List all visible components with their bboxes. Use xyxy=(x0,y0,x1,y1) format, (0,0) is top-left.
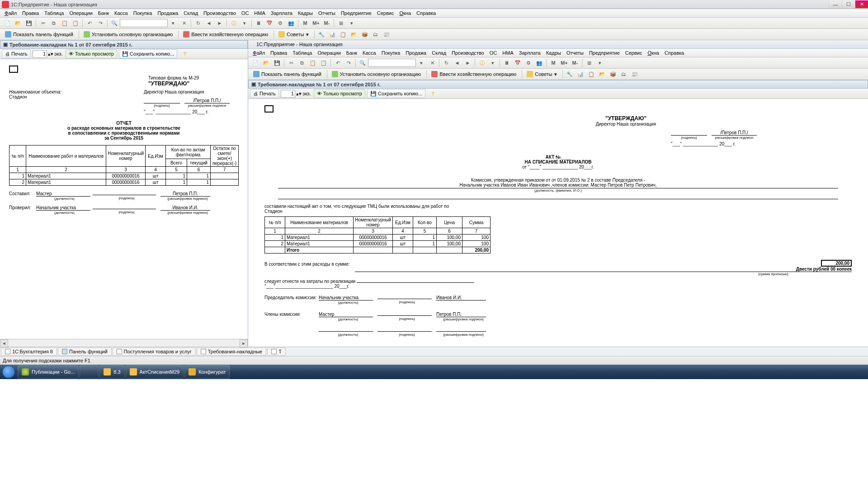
search-icon[interactable]: 🔍 xyxy=(110,19,119,28)
tool3-icon[interactable]: ⚙ xyxy=(276,19,285,28)
menu2-sell[interactable]: Продажа xyxy=(403,49,429,56)
menu2-service[interactable]: Сервис xyxy=(623,49,645,56)
w2-redo-icon[interactable]: ↷ xyxy=(344,58,353,67)
extra-icon[interactable]: ⊞ xyxy=(336,19,345,28)
tab-funcs[interactable]: Панель функций xyxy=(58,347,112,356)
w2-search-dd-icon[interactable]: ▾ xyxy=(417,58,426,67)
menu2-file[interactable]: Файл xyxy=(250,49,268,56)
menu2-windows[interactable]: Окна xyxy=(645,49,662,56)
w2-help-icon[interactable]: ⓘ xyxy=(477,58,486,67)
copies-input[interactable] xyxy=(33,50,47,58)
redo-icon[interactable]: ↷ xyxy=(96,19,105,28)
tab-goods[interactable]: Поступления товаров и услуг xyxy=(113,347,196,356)
tab-t[interactable]: Т xyxy=(267,347,286,356)
w2-view-only-button[interactable]: 👁Только просмотр xyxy=(314,89,365,98)
w2-save-icon[interactable]: 💾 xyxy=(273,58,282,67)
menu2-table[interactable]: Таблица xyxy=(290,49,315,56)
m-minus-button[interactable]: M- xyxy=(322,19,331,28)
menu2-nma[interactable]: НМА xyxy=(500,49,516,56)
refresh-icon[interactable]: ↻ xyxy=(193,19,203,28)
w2-set-org-button[interactable]: Установить основную организацию xyxy=(329,69,425,79)
menu-bank[interactable]: Банк xyxy=(95,9,112,17)
w2-mplus-button[interactable]: M+ xyxy=(560,58,569,67)
cmd-extra6-icon[interactable]: 🗂 xyxy=(371,30,380,39)
menu-service[interactable]: Сервис xyxy=(374,9,397,17)
calc-icon[interactable]: 🖩 xyxy=(254,19,263,28)
cmd-extra4-icon[interactable]: 📂 xyxy=(349,30,359,39)
maximize-button[interactable]: ☐ xyxy=(842,0,855,8)
menu-prod[interactable]: Производство xyxy=(201,9,239,17)
w2-search-clear-icon[interactable]: ✕ xyxy=(428,58,437,67)
menu-windows[interactable]: Окна xyxy=(396,9,414,17)
save-copy-button[interactable]: 💾Сохранить копию... xyxy=(119,49,177,58)
tab-reqs[interactable]: Требования-накладные xyxy=(197,347,267,356)
help-dd-icon[interactable]: ▾ xyxy=(240,19,249,28)
w2-calc-icon[interactable]: 🖩 xyxy=(502,58,511,67)
menu-table[interactable]: Таблица xyxy=(42,9,66,17)
menu2-stock[interactable]: Склад xyxy=(429,49,449,56)
print-button[interactable]: 🖨Печать xyxy=(2,49,31,58)
cmd-extra7-icon[interactable]: 📰 xyxy=(382,30,391,39)
cmd-extra2-icon[interactable]: 📊 xyxy=(328,30,337,39)
paste-icon[interactable]: 📋 xyxy=(60,19,69,28)
w2-enter-op-button[interactable]: Ввести хозяйственную операцию xyxy=(428,69,519,79)
menu-nma[interactable]: НМА xyxy=(251,9,268,17)
forward-icon[interactable]: ► xyxy=(215,19,224,28)
m-button[interactable]: M xyxy=(301,19,310,28)
w2-search-icon[interactable]: 🔍 xyxy=(358,58,367,67)
w2-t4-icon[interactable]: 👥 xyxy=(535,58,544,67)
w2-refresh-icon[interactable]: ↻ xyxy=(442,58,451,67)
view-only-button[interactable]: 👁Только просмотр xyxy=(66,49,117,58)
menu-os[interactable]: ОС xyxy=(239,9,252,17)
taskbar-folder-akt[interactable]: АктСписанияМ29 xyxy=(126,365,184,379)
m-plus-button[interactable]: M+ xyxy=(311,19,321,28)
menu2-salary[interactable]: Зарплата xyxy=(516,49,543,56)
w2-c7-icon[interactable]: 📰 xyxy=(630,70,639,79)
menu-reports[interactable]: Отчеты xyxy=(316,9,338,17)
close-button[interactable]: ✕ xyxy=(855,0,868,8)
w2-open-icon[interactable]: 📂 xyxy=(262,58,271,67)
w2-tips-button[interactable]: Советы ▾ xyxy=(524,69,560,79)
menu2-enterprise[interactable]: Предприятие xyxy=(586,49,623,56)
menu2-help[interactable]: Справка xyxy=(662,49,687,56)
save-icon[interactable]: 💾 xyxy=(24,19,33,28)
tips-button[interactable]: Советы ▾ xyxy=(275,29,311,39)
show-panel-button[interactable]: Показать панель функций xyxy=(2,29,76,39)
help2-icon[interactable]: ？ xyxy=(180,49,189,58)
undo-icon[interactable]: ↶ xyxy=(85,19,94,28)
w2-c2-icon[interactable]: 📊 xyxy=(576,70,585,79)
menu2-prod[interactable]: Производство xyxy=(449,49,487,56)
w2-paste2-icon[interactable]: 📋 xyxy=(319,58,328,67)
w2-paste-icon[interactable]: 📋 xyxy=(308,58,317,67)
w2-c1-icon[interactable]: 🔧 xyxy=(565,70,574,79)
menu-sell[interactable]: Продажа xyxy=(155,9,181,17)
help-icon[interactable]: ⓘ xyxy=(229,19,238,28)
cmd-extra5-icon[interactable]: 📦 xyxy=(360,30,369,39)
w2-m-button[interactable]: M xyxy=(549,58,558,67)
w2-cal-icon[interactable]: 📅 xyxy=(513,58,522,67)
w2-undo-icon[interactable]: ↶ xyxy=(333,58,342,67)
w2-back-icon[interactable]: ◄ xyxy=(453,58,462,67)
scroll-left-icon[interactable]: ◄ xyxy=(0,339,8,347)
w2-help2-icon[interactable]: ？ xyxy=(428,89,437,98)
cmd-extra1-icon[interactable]: 🔧 xyxy=(317,30,326,39)
menu-file[interactable]: Файл xyxy=(2,9,19,17)
menu-edit[interactable]: Правка xyxy=(19,9,42,17)
scroll-right-icon[interactable]: ► xyxy=(240,339,248,347)
w2-help-dd-icon[interactable]: ▾ xyxy=(488,58,497,67)
back-icon[interactable]: ◄ xyxy=(204,19,213,28)
menu-stock[interactable]: Склад xyxy=(181,9,201,17)
taskbar-chrome[interactable]: Публикации - Go... xyxy=(18,365,79,379)
w2-c6-icon[interactable]: 🗂 xyxy=(619,70,628,79)
w2-c5-icon[interactable]: 📦 xyxy=(609,70,618,79)
extra-dd-icon[interactable]: ▾ xyxy=(347,19,356,28)
new-icon[interactable]: 📄 xyxy=(3,19,12,28)
w2-mminus-button[interactable]: M- xyxy=(571,58,580,67)
w2-extra-icon[interactable]: ⊞ xyxy=(585,58,594,67)
enter-op-button[interactable]: Ввести хозяйственную операцию xyxy=(180,29,271,39)
w2-c4-icon[interactable]: 📂 xyxy=(598,70,607,79)
menu-enterprise[interactable]: Предприятие xyxy=(338,9,374,17)
menu-buy[interactable]: Покупка xyxy=(131,9,155,17)
menu-help[interactable]: Справка xyxy=(414,9,439,17)
calendar-icon[interactable]: 📅 xyxy=(265,19,274,28)
